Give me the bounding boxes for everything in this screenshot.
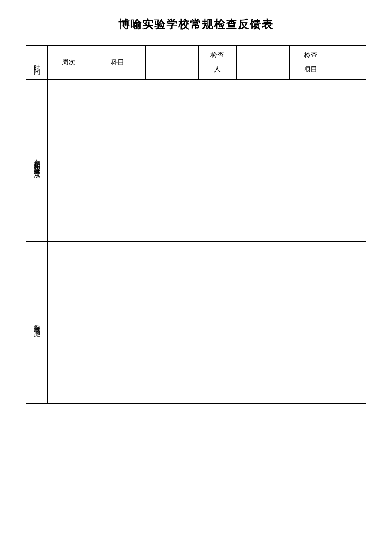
page: 博喻实验学校常规检查反馈表 时间 周次 科目 检查 人 [26,17,366,404]
form-table: 时间 周次 科目 检查 人 检查 [26,45,366,404]
header-subject: 科目 [90,45,145,79]
table-row: 存在问题或者亮点 [26,79,366,241]
header-empty1 [145,45,198,79]
header-inspector-top: 检查 [202,49,233,62]
header-time: 时间 [26,45,47,79]
header-row: 时间 周次 科目 检查 人 检查 [26,45,366,79]
header-empty3 [332,45,366,79]
header-inspector: 检查 人 [198,45,236,79]
header-check-bottom: 项目 [293,62,329,76]
header-check-top: 检查 [293,49,329,62]
header-empty2 [236,45,289,79]
row-label-issues: 存在问题或者亮点 [26,79,47,241]
page-title: 博喻实验学校常规检查反馈表 [118,17,274,32]
row-content-issues [47,79,366,241]
header-week: 周次 [47,45,90,79]
row-content-measures [47,241,366,404]
header-check-item: 检查 项目 [289,45,332,79]
table-row: 采取措施 [26,241,366,404]
row-label-measures: 采取措施 [26,241,47,404]
header-inspector-bottom: 人 [202,62,233,76]
